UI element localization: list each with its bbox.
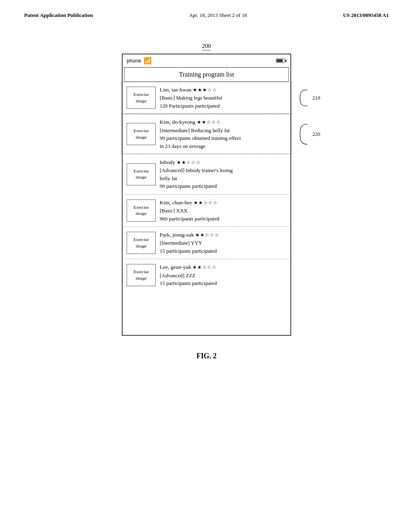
bracket-210 (299, 88, 311, 108)
page: Patent Application Publication Apr. 18, … (0, 0, 413, 532)
item-desc-6: [Advanced] ZZZ (160, 272, 286, 280)
exercise-image-3: Exerciseimage (127, 163, 156, 185)
list-item[interactable]: Exerciseimage Kim, chun-hee ★★☆☆☆ [Basic… (124, 195, 289, 227)
item-participants-2: 99 participants obtained training effect… (160, 134, 286, 150)
item-name-6: Lee, geun-yuk ★★☆☆☆ (160, 263, 286, 271)
exercise-image-6: Exerciseimage (127, 264, 156, 286)
stars-filled-4: ★★ (194, 200, 203, 206)
item-participants-1: 120 Participants participated (160, 102, 286, 110)
item-desc-4: [Basic] XXX (160, 207, 286, 215)
phone-status-bar: phone 📶 (123, 54, 290, 67)
exercise-image-1: Exerciseimage (127, 87, 156, 109)
item-participants-4: 960 participants participated (160, 215, 286, 223)
item-participants-5: 15 participants participated (160, 247, 286, 255)
item-name-3: Inbody ★★☆☆☆ (160, 158, 286, 166)
item-info-4: Kim, chun-hee ★★☆☆☆ [Basic] XXX 960 part… (160, 199, 286, 222)
phone-mockup-wrapper: phone 📶 Training program list Exerciseim (24, 54, 389, 336)
training-list: Exerciseimage Lim, tae-hwan ★★★☆☆ [Basic… (124, 82, 289, 316)
figure-label: FIG. 2 (24, 352, 389, 360)
phone-label: phone (127, 58, 141, 64)
ref-200: 200 (24, 43, 389, 50)
exercise-image-2: Exerciseimage (127, 123, 156, 145)
item-participants-3: 99 participants participated (160, 182, 286, 190)
item-info-3: Inbody ★★☆☆☆ [Advanced] Inbody trainer's… (160, 158, 286, 190)
bottom-spacer (124, 291, 289, 316)
ref-label-210: 210 (313, 95, 321, 101)
battery-body (276, 58, 285, 63)
item-info-1: Lim, tae-hwan ★★★☆☆ [Basic] Making legs … (160, 86, 286, 110)
patent-header-left: Patent Application Publication (24, 12, 93, 19)
item-desc-5: [Intermediate] YYY (160, 239, 286, 247)
stars-empty-3: ☆☆☆ (186, 160, 201, 165)
phone-mockup: phone 📶 Training program list Exerciseim (122, 54, 291, 336)
item-desc-3: [Advanced] Inbody trainer's losingbelly … (160, 166, 286, 182)
stars-empty-4: ☆☆☆ (203, 200, 218, 206)
stars-filled-2: ★★ (197, 119, 206, 125)
stars-empty-5: ☆☆☆ (205, 232, 219, 238)
exercise-image-5: Exerciseimage (127, 232, 156, 254)
item-name-1: Lim, tae-hwan ★★★☆☆ (160, 86, 286, 94)
list-item[interactable]: Exerciseimage Park, jeong-suk ★★☆☆☆ [Int… (124, 227, 289, 259)
stars-filled-3: ★★ (177, 160, 186, 165)
item-participants-6: 15 participants participated (160, 279, 286, 287)
annotation-210: 210 (299, 88, 321, 108)
item-desc-2: [Intermediate] Reducing belly fat (160, 127, 286, 135)
list-title-bar: Training program list (124, 67, 289, 82)
battery-icon (276, 58, 286, 63)
patent-header: Patent Application Publication Apr. 18, … (24, 12, 389, 19)
item-info-2: Kim, do-kyeong ★★☆☆☆ [Intermediate] Redu… (160, 118, 286, 150)
battery-tip (285, 60, 286, 62)
stars-filled-5: ★★ (195, 232, 205, 238)
patent-header-center: Apr. 18, 2013 Sheet 2 of 18 (189, 12, 247, 19)
list-item[interactable]: Exerciseimage Lim, tae-hwan ★★★☆☆ [Basic… (124, 82, 289, 114)
ref-number-200: 200 (202, 43, 211, 50)
list-item[interactable]: Exerciseimage Lee, geun-yuk ★★☆☆☆ [Advan… (124, 259, 289, 291)
list-item[interactable]: Exerciseimage Kim, do-kyeong ★★☆☆☆ [Inte… (124, 114, 289, 154)
item-info-5: Park, jeong-suk ★★☆☆☆ [Intermediate] YYY… (160, 231, 286, 255)
stars-empty-1: ☆☆ (207, 87, 217, 93)
stars-empty-6: ☆☆☆ (202, 264, 217, 270)
ref-label-220: 220 (313, 131, 321, 137)
list-item[interactable]: Exerciseimage Inbody ★★☆☆☆ [Advanced] In… (124, 154, 289, 195)
exercise-image-4: Exerciseimage (127, 200, 156, 222)
item-name-4: Kim, chun-hee ★★☆☆☆ (160, 199, 286, 207)
item-name-2: Kim, do-kyeong ★★☆☆☆ (160, 118, 286, 126)
bracket-220 (299, 122, 311, 147)
item-desc-1: [Basic] Making legs beautiful (160, 94, 286, 102)
annotation-220: 220 (299, 122, 321, 147)
stars-empty-2: ☆☆☆ (206, 119, 221, 125)
battery-fill (277, 59, 283, 62)
wifi-icon: 📶 (144, 57, 152, 64)
stars-filled-1: ★★★ (193, 87, 207, 93)
item-info-6: Lee, geun-yuk ★★☆☆☆ [Advanced] ZZZ 15 pa… (160, 263, 286, 287)
patent-header-right: US 2013/0095458 A1 (343, 12, 389, 19)
item-name-5: Park, jeong-suk ★★☆☆☆ (160, 231, 286, 239)
stars-filled-6: ★★ (192, 264, 202, 270)
